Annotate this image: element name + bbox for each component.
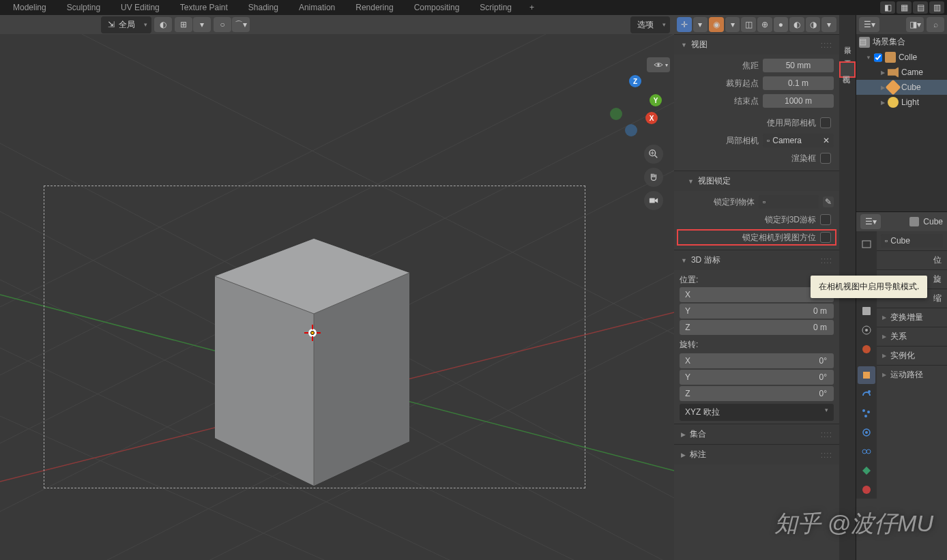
eyedropper-icon[interactable]: ✎ (823, 196, 834, 207)
transform-orientation-dropdown[interactable]: ⇲全局 (101, 16, 151, 33)
props-tab-physics[interactable] (858, 424, 875, 441)
props-tab-particle[interactable] (858, 404, 875, 422)
props-tab-material[interactable] (858, 481, 875, 499)
search-icon[interactable]: ⌕ (927, 17, 944, 32)
axis-gizmo-y[interactable]: Y (650, 94, 662, 106)
props-tab-viewlayer[interactable] (858, 302, 875, 320)
shading-rendered-icon[interactable]: ◑ (806, 17, 821, 32)
location-y-field[interactable]: Y0 m (680, 304, 834, 319)
axis-gizmo-neg[interactable] (610, 108, 622, 120)
topbar-icon-3[interactable]: ▥ (929, 1, 944, 14)
axis-gizmo-z[interactable]: Z (629, 75, 641, 87)
focal-length-field[interactable]: 50 mm (763, 59, 834, 72)
local-camera-checkbox[interactable] (820, 117, 831, 128)
props-tab-render[interactable] (858, 235, 875, 253)
properties-mode-dropdown[interactable]: ☰▾ (860, 214, 881, 229)
tab-compositing[interactable]: Compositing (405, 1, 469, 14)
lock-camera-checkbox[interactable] (820, 232, 831, 243)
props-motion-header[interactable]: ▶运动路径 (877, 365, 947, 384)
shading-solid-icon[interactable]: ● (774, 17, 789, 32)
tab-rendering[interactable]: Rendering (346, 1, 403, 14)
visibility-dropdown[interactable] (647, 57, 670, 72)
add-workspace-button[interactable]: + (523, 1, 541, 14)
tab-animation[interactable]: Animation (289, 1, 345, 14)
proportional-edit-toggle[interactable]: ○ (214, 17, 231, 32)
focal-length-label: 焦距 (680, 60, 759, 72)
tab-shading[interactable]: Shading (239, 1, 288, 14)
axis-gizmo-x[interactable]: X (645, 112, 658, 124)
rotation-y-field[interactable]: Y0° (680, 370, 834, 385)
zoom-icon[interactable] (644, 145, 663, 164)
clip-end-field[interactable]: 1000 m (763, 94, 834, 108)
view-lock-section-header[interactable]: ▼视图锁定 (674, 171, 839, 191)
axis-gizmo-neg2[interactable] (625, 124, 637, 136)
rotation-mode-dropdown[interactable]: XYZ 欧拉 (680, 404, 834, 421)
props-relations-header[interactable]: ▶关系 (877, 327, 947, 346)
tab-modeling[interactable]: Modeling (3, 1, 56, 14)
props-location-row[interactable]: 位 (877, 250, 947, 269)
pan-icon[interactable] (644, 168, 663, 187)
object-name-label: Cube (923, 217, 943, 226)
gizmo-icon[interactable]: ✛ (677, 17, 692, 32)
tab-scripting[interactable]: Scripting (470, 1, 521, 14)
overlay-icon[interactable]: ◉ (709, 17, 724, 32)
props-tab-scene[interactable] (858, 321, 875, 339)
collection-section-header[interactable]: ▶集合:::: (674, 424, 839, 444)
cursor-3d-icon (304, 325, 321, 341)
topbar-icon-1[interactable]: ▦ (897, 1, 912, 14)
lock-cursor-checkbox[interactable] (820, 214, 831, 225)
props-tab-world[interactable] (858, 340, 875, 358)
clip-start-field[interactable]: 0.1 m (763, 76, 834, 90)
tab-texture-paint[interactable]: Texture Paint (171, 1, 237, 14)
props-tab-object[interactable] (858, 366, 875, 384)
pivot-point-button[interactable]: ◐ (154, 17, 172, 32)
props-delta-header[interactable]: ▶变换增量 (877, 308, 947, 327)
local-camera-obj-label: 局部相机 (680, 135, 759, 147)
shading-wire-icon[interactable]: ⊕ (757, 17, 772, 32)
rotation-z-field[interactable]: Z0° (680, 386, 834, 401)
n-tab-view[interactable]: 视图 (839, 61, 856, 78)
collection-row[interactable]: ▼Colle (856, 50, 947, 65)
gizmo-dropdown[interactable]: ▾ (693, 17, 708, 32)
n-tab-tool[interactable]: 工具 (839, 48, 856, 61)
local-camera-field[interactable]: ▫Camera✕ (763, 134, 834, 147)
topbar-icon-2[interactable]: ▤ (913, 1, 928, 14)
props-tab-data[interactable] (858, 462, 875, 480)
camera-row[interactable]: ▶Came (856, 65, 947, 80)
props-tab-constraint[interactable] (858, 443, 875, 460)
svg-point-33 (862, 345, 871, 353)
tab-uv-editing[interactable]: UV Editing (111, 1, 169, 14)
clip-start-label: 裁剪起点 (680, 78, 759, 89)
location-z-field[interactable]: Z0 m (680, 320, 834, 335)
rotation-x-field[interactable]: X0° (680, 353, 834, 368)
render-border-checkbox[interactable] (820, 153, 831, 164)
props-instancing-header[interactable]: ▶实例化 (877, 346, 947, 365)
viewport-3d[interactable]: ⇲全局 ◐ ⊞ ▾ ○ ⌒▾ 选项 (0, 15, 674, 560)
proportional-dropdown[interactable]: ⌒▾ (232, 17, 250, 32)
annotation-section-header[interactable]: ▶标注:::: (674, 445, 839, 465)
scene-collection-row[interactable]: ▤场景集合 (856, 34, 947, 50)
tab-sculpting[interactable]: Sculpting (57, 1, 110, 14)
svg-point-37 (867, 411, 870, 413)
snap-toggle[interactable]: ⊞ (175, 17, 192, 32)
overlay-dropdown[interactable]: ▾ (725, 17, 740, 32)
snap-dropdown[interactable]: ▾ (193, 17, 211, 32)
cube-row[interactable]: ▶Cube (856, 80, 947, 95)
view-section-header[interactable]: ▼视图:::: (674, 35, 839, 55)
camera-view-icon[interactable] (644, 191, 663, 210)
cursor-section-header[interactable]: ▼3D 游标:::: (674, 250, 839, 270)
watermark-text: 知乎 @波仔MU (774, 508, 933, 540)
outliner-display-dropdown[interactable]: ◨▾ (906, 17, 924, 32)
props-tab-modifier[interactable] (858, 385, 875, 403)
data-name-field[interactable]: ▫Cube (881, 234, 943, 248)
shading-dropdown[interactable]: ▾ (821, 17, 836, 32)
shading-matprev-icon[interactable]: ◐ (789, 17, 804, 32)
light-row[interactable]: ▶Light (856, 95, 947, 110)
options-dropdown[interactable]: 选项 (630, 16, 670, 33)
outliner-mode-dropdown[interactable]: ☰▾ (859, 17, 879, 32)
n-tab-item[interactable]: 条目 (839, 34, 856, 48)
scene-dropdown[interactable]: ◧ (880, 1, 895, 14)
lock-object-field[interactable]: ▫ (759, 195, 819, 209)
viewport-canvas[interactable]: Z Y X (0, 34, 674, 560)
xray-icon[interactable]: ◫ (741, 17, 756, 32)
